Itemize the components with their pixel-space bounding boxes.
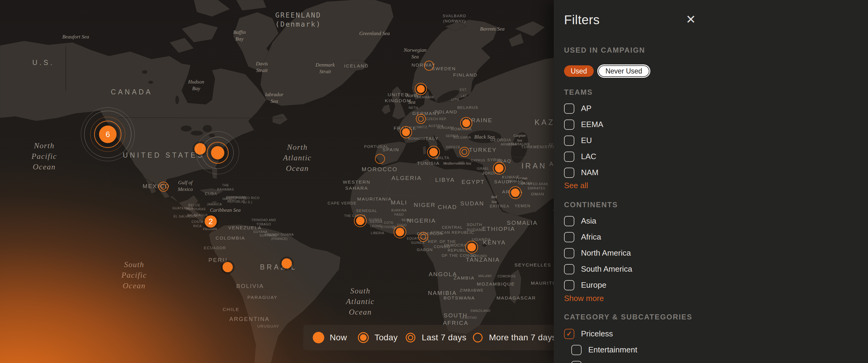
checkbox-item-eema[interactable]: EEMA [564, 117, 868, 132]
legend-now-icon [312, 331, 325, 344]
legend-item-last7: Last 7 days [404, 325, 467, 350]
marker-dot: 2 [205, 216, 217, 228]
legend-label: Now [330, 333, 347, 342]
checkbox-label: Europe [581, 280, 607, 290]
marker-ring [465, 241, 478, 254]
section-header-used-in-campaign: USED IN CAMPAIGN [564, 46, 645, 55]
filter-pill-never-used[interactable]: Never Used [598, 65, 649, 77]
marker-ring [416, 114, 426, 124]
checkbox[interactable] [564, 216, 574, 226]
legend-more7-icon [471, 331, 485, 344]
marker-ring [415, 83, 427, 95]
marker-ring [394, 226, 406, 238]
marker-ring [400, 126, 412, 138]
checkbox-label: AP [581, 104, 592, 113]
close-icon[interactable]: ✕ [686, 13, 696, 25]
marker-ring [354, 214, 367, 227]
continents-list: AsiaAfricaNorth AmericaSouth AmericaEuro… [564, 213, 868, 293]
checkbox[interactable] [571, 345, 582, 355]
checkbox-label: EEMA [581, 120, 603, 129]
checkbox-item-blank[interactable] [571, 358, 868, 363]
checkbox[interactable] [564, 135, 574, 146]
marker-ring [81, 107, 135, 161]
section-header-categories: CATEGORY & SUBCATEGORIES [564, 313, 692, 321]
checkbox-label: Africa [581, 232, 601, 242]
checkbox-item-asia[interactable]: Asia [564, 213, 868, 229]
legend-label: Today [374, 333, 398, 342]
checkbox-label: EU [581, 136, 592, 145]
checkbox[interactable] [571, 361, 582, 363]
checkbox-item-lac[interactable]: LAC [564, 148, 868, 165]
checkbox[interactable] [564, 264, 574, 274]
checkbox-label: LAC [581, 152, 596, 161]
checkbox-item-priceless[interactable]: ✓Priceless [564, 326, 868, 342]
marker-ring [424, 61, 434, 71]
checkbox[interactable] [564, 152, 574, 162]
checkbox-checked[interactable]: ✓ [564, 329, 574, 339]
checkbox[interactable] [564, 232, 574, 242]
marker-dot [282, 258, 292, 269]
categories-list: ✓PricelessEntertainment [564, 326, 868, 363]
checkbox-label: NAM [581, 168, 598, 177]
show-more-link[interactable]: Show more [564, 294, 604, 303]
marker-ring [460, 117, 472, 129]
checkbox[interactable] [564, 103, 574, 114]
marker-ring [375, 154, 385, 164]
app-window: U.S.CANADAUNITED STATESMEXICOGREENLAND (… [0, 0, 868, 363]
checkbox-label: Priceless [581, 329, 613, 338]
filter-pill-used[interactable]: Used [564, 65, 594, 77]
checkbox-label: Asia [581, 216, 596, 226]
marker-ring [460, 147, 470, 157]
teams-list: APEEMAEULACNAM [564, 100, 868, 180]
filters-panel: Filters ✕ USED IN CAMPAIGN Used Never Us… [554, 0, 868, 363]
marker-ring [427, 146, 440, 159]
checkbox-label: North America [581, 249, 631, 258]
checkbox[interactable] [564, 120, 574, 130]
legend-last7-icon [404, 331, 417, 344]
legend-today-icon [356, 331, 370, 344]
legend-label: Last 7 days [422, 333, 467, 342]
checkbox-item-ap[interactable]: AP [564, 100, 868, 117]
checkbox-item-africa[interactable]: Africa [564, 229, 868, 245]
checkbox-item-north-america[interactable]: North America [564, 245, 868, 261]
checkbox-label: South America [581, 264, 632, 274]
marker-ring [509, 186, 522, 199]
see-all-link[interactable]: See all [564, 181, 588, 190]
panel-title: Filters [564, 13, 600, 27]
legend-item-today: Today [356, 325, 398, 350]
section-header-teams: TEAMS [564, 88, 593, 97]
checkbox-item-entertainment[interactable]: Entertainment [571, 342, 868, 358]
marker-dot [222, 262, 233, 272]
checkbox[interactable] [564, 248, 574, 258]
checkbox[interactable] [564, 280, 574, 290]
checkbox-item-europe[interactable]: Europe [564, 277, 868, 293]
marker-ring [159, 182, 168, 192]
section-header-continents: CONTINENTS [564, 201, 618, 209]
checkbox-item-south-america[interactable]: South America [564, 261, 868, 277]
checkbox-item-nam[interactable]: NAM [564, 165, 868, 180]
checkbox[interactable] [564, 168, 574, 178]
checkbox-label: Entertainment [588, 345, 637, 355]
marker-ring [418, 232, 428, 242]
marker-ring [493, 162, 505, 174]
checkbox-item-eu[interactable]: EU [564, 132, 868, 148]
marker-ring [196, 131, 239, 174]
cluster-count: 2 [209, 217, 213, 226]
legend-item-now: Now [312, 325, 347, 350]
